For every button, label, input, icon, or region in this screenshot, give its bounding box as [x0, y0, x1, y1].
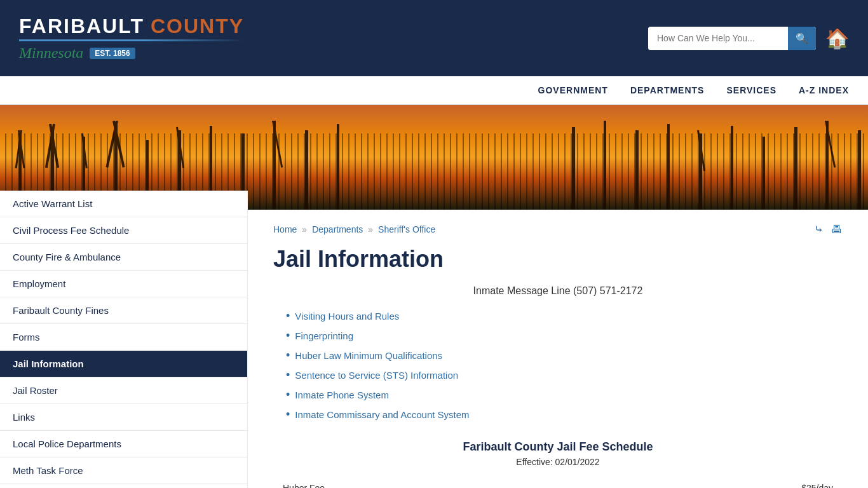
page-subtitle: Inmate Message Line (507) 571-2172	[273, 285, 843, 297]
link-huber-law[interactable]: Huber Law Minimum Qualifications	[295, 350, 442, 361]
list-item: Fingerprinting	[286, 329, 843, 342]
breadcrumb: Home » Departments » Sheriff's Office ⤷ …	[273, 222, 843, 236]
fee-schedule: Faribault County Jail Fee Schedule Effec…	[273, 440, 843, 488]
svg-rect-22	[635, 130, 639, 210]
svg-rect-31	[858, 130, 861, 210]
logo-faribault: Faribault	[19, 15, 144, 38]
fee-schedule-title: Faribault County Jail Fee Schedule	[273, 440, 843, 454]
page-title: Jail Information	[273, 246, 843, 273]
link-inmate-phone[interactable]: Inmate Phone System	[295, 390, 389, 400]
logo-county: County	[151, 15, 244, 38]
search-box: 🔍	[648, 27, 816, 50]
content-area: Home » Departments » Sheriff's Office ⤷ …	[248, 210, 868, 488]
header-right: 🔍 🏠	[648, 27, 849, 50]
fee-label: Huber Fee	[273, 477, 702, 488]
breadcrumb-actions: ⤷ 🖶	[814, 222, 843, 236]
link-visiting-hours[interactable]: Visiting Hours and Rules	[295, 311, 399, 322]
nav-services[interactable]: SERVICES	[726, 85, 776, 95]
sidebar-item-links[interactable]: Links	[0, 404, 247, 431]
svg-rect-23	[667, 124, 670, 210]
breadcrumb-home[interactable]: Home	[273, 224, 297, 234]
fee-table: Huber Fee $25/day Booking Fee $20 Medica…	[273, 477, 843, 488]
logo-minnesota: Minnesota	[19, 44, 83, 62]
home-button[interactable]: 🏠	[825, 27, 849, 50]
nav-bar: GOVERNMENT DEPARTMENTS SERVICES A-Z INDE…	[0, 76, 868, 105]
nav-government[interactable]: GOVERNMENT	[538, 85, 608, 95]
svg-rect-17	[271, 121, 283, 168]
breadcrumb-departments[interactable]: Departments	[312, 224, 363, 234]
list-item: Visiting Hours and Rules	[286, 309, 843, 323]
svg-rect-26	[731, 126, 733, 210]
sidebar-item-jail-roster[interactable]: Jail Roster	[0, 377, 247, 404]
svg-rect-28	[794, 127, 797, 210]
logo-est: EST. 1856	[90, 48, 135, 59]
svg-rect-19	[337, 124, 339, 210]
sidebar: Active Warrant List Civil Process Fee Sc…	[0, 191, 248, 488]
link-sts[interactable]: Sentence to Service (STS) Information	[295, 370, 458, 381]
nav-az-index[interactable]: A-Z INDEX	[799, 85, 849, 95]
sidebar-item-local-police[interactable]: Local Police Departments	[0, 431, 247, 458]
logo: Faribault County Minnesota EST. 1856	[19, 15, 244, 62]
search-button[interactable]: 🔍	[788, 27, 816, 50]
site-header: Faribault County Minnesota EST. 1856 🔍 🏠	[0, 0, 868, 76]
sidebar-item-forms[interactable]: Forms	[0, 324, 247, 351]
sidebar-item-meth-task-force[interactable]: Meth Task Force	[0, 458, 247, 484]
breadcrumb-sep-2: »	[368, 224, 373, 234]
share-button[interactable]: ⤷	[814, 222, 824, 236]
sidebar-item-county-fire[interactable]: County Fire & Ambulance	[0, 244, 247, 271]
sidebar-item-jail-information[interactable]: Jail Information	[0, 351, 247, 377]
sidebar-item-fines[interactable]: Faribault County Fines	[0, 297, 247, 324]
svg-rect-20	[572, 127, 575, 210]
links-list: Visiting Hours and Rules Fingerprinting …	[286, 309, 843, 421]
fee-value: $25/day	[702, 477, 843, 488]
breadcrumb-current[interactable]: Sheriff's Office	[378, 224, 435, 234]
list-item: Inmate Phone System	[286, 388, 843, 402]
nav-departments[interactable]: DEPARTMENTS	[630, 85, 705, 95]
breadcrumb-links: Home » Departments » Sheriff's Office	[273, 224, 435, 234]
fee-schedule-effective: Effective: 02/01/2022	[273, 457, 843, 467]
list-item: Inmate Commissary and Account System	[286, 408, 843, 421]
link-fingerprinting[interactable]: Fingerprinting	[295, 330, 353, 341]
sidebar-item-prea[interactable]: Prison Rape Elimination Act (PREA) Infor…	[0, 484, 247, 488]
main-container: Active Warrant List Civil Process Fee Sc…	[0, 210, 868, 488]
list-item: Huber Law Minimum Qualifications	[286, 349, 843, 362]
svg-rect-27	[763, 137, 765, 210]
print-button[interactable]: 🖶	[831, 222, 843, 236]
sidebar-item-civil-process[interactable]: Civil Process Fee Schedule	[0, 217, 247, 244]
search-input[interactable]	[648, 28, 788, 48]
breadcrumb-sep-1: »	[302, 224, 307, 234]
svg-rect-21	[604, 121, 606, 210]
sidebar-item-active-warrant-list[interactable]: Active Warrant List	[0, 191, 247, 217]
sidebar-item-employment[interactable]: Employment	[0, 271, 247, 297]
svg-rect-18	[305, 130, 308, 210]
svg-rect-30	[824, 121, 836, 168]
list-item: Sentence to Service (STS) Information	[286, 369, 843, 382]
table-row: Huber Fee $25/day	[273, 477, 843, 488]
link-inmate-commissary[interactable]: Inmate Commissary and Account System	[295, 409, 469, 420]
